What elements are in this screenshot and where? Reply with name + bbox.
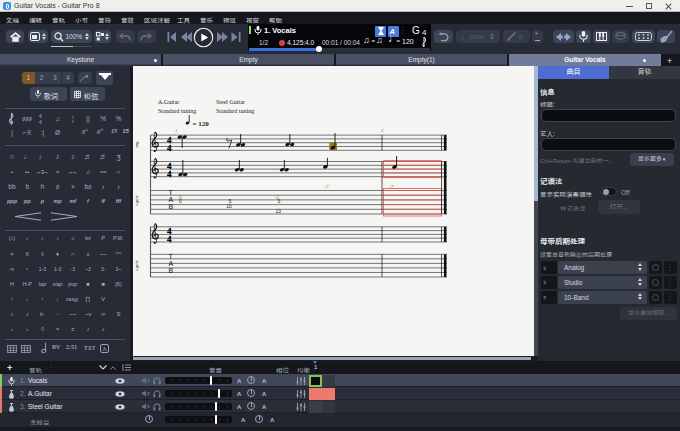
svg-text:13: 13 xyxy=(276,208,282,214)
svg-text:Standard tuning: Standard tuning xyxy=(216,108,254,114)
svg-text:B: B xyxy=(169,267,174,274)
svg-text:= 120: = 120 xyxy=(193,120,210,128)
svg-text:B: B xyxy=(169,203,174,210)
svg-text:sng.: sng. xyxy=(134,141,139,148)
svg-text:Steel Guitar: Steel Guitar xyxy=(216,99,245,105)
svg-text:3: 3 xyxy=(278,198,281,204)
svg-text:4: 4 xyxy=(167,143,172,153)
svg-text:1: 1 xyxy=(175,128,177,133)
svg-text:Standard tuning: Standard tuning xyxy=(158,108,196,114)
svg-text:s.guit.: s.guit. xyxy=(134,195,139,206)
svg-text:0: 0 xyxy=(179,198,182,204)
svg-text:4: 4 xyxy=(167,234,172,244)
svg-text:s.guit.: s.guit. xyxy=(134,260,139,271)
svg-text:10: 10 xyxy=(226,203,232,209)
svg-text:-7: -7 xyxy=(324,184,329,190)
svg-text:2: 2 xyxy=(381,128,384,133)
svg-text:4: 4 xyxy=(167,169,172,179)
svg-text:A.Guitar: A.Guitar xyxy=(158,99,179,105)
svg-text:-7: -7 xyxy=(389,184,394,190)
